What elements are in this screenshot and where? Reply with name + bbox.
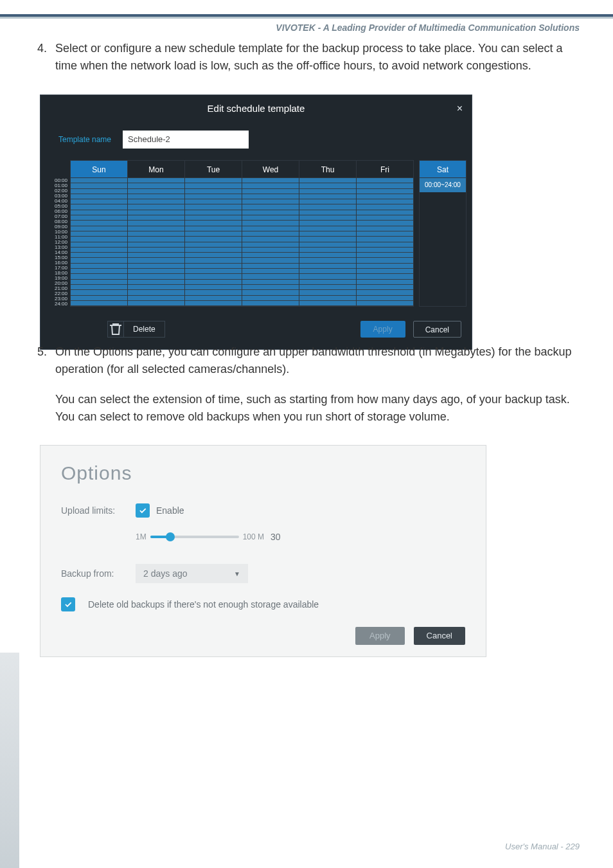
template-name-label: Template name — [58, 135, 111, 144]
left-margin-stripe — [0, 653, 19, 868]
upload-limits-label: Upload limits: — [61, 505, 136, 516]
options-cancel-button[interactable]: Cancel — [414, 627, 465, 645]
schedule-grid[interactable] — [70, 178, 414, 307]
check-icon — [138, 506, 147, 515]
day-head-sat[interactable]: Sat — [419, 160, 466, 178]
sat-range-list: 00:00~24:00 — [419, 178, 466, 307]
enable-upload-checkbox[interactable] — [136, 503, 150, 518]
sat-range-item[interactable]: 00:00~24:00 — [420, 178, 466, 192]
slider-min-label: 1M — [136, 532, 147, 541]
backup-from-select[interactable]: 2 days ago ▼ — [136, 564, 248, 583]
slider-max-label: 100 M — [243, 532, 264, 541]
backup-from-value: 2 days ago — [143, 568, 188, 579]
check-icon — [64, 600, 73, 609]
step-4-num: 4. — [37, 40, 51, 57]
header-text: VIVOTEK - A Leading Provider of Multimed… — [276, 23, 580, 33]
chevron-down-icon: ▼ — [234, 570, 240, 577]
delete-button[interactable]: Delete — [123, 321, 165, 338]
delete-old-checkbox[interactable] — [61, 597, 75, 611]
step-5-p1: On the Options pane, you can configure a… — [55, 343, 576, 378]
slider-value: 30 — [271, 532, 281, 542]
day-head-mon[interactable]: Mon — [128, 160, 185, 178]
options-panel: Options Upload limits: Enable 1M 100 M 3… — [40, 445, 486, 657]
enable-label: Enable — [156, 505, 184, 516]
step-4-text: Select or configure a new schedule templ… — [55, 40, 576, 75]
day-head-tue[interactable]: Tue — [185, 160, 242, 178]
day-head-thu[interactable]: Thu — [299, 160, 357, 178]
options-title: Options — [61, 462, 465, 484]
day-header-row: Sun Mon Tue Wed Thu Fri — [70, 160, 414, 178]
trash-icon[interactable] — [107, 321, 124, 338]
step-5: 5. On the Options pane, you can configur… — [37, 343, 576, 439]
day-head-sun[interactable]: Sun — [70, 160, 128, 178]
close-icon[interactable]: × — [457, 103, 463, 114]
dialog-title: Edit schedule template × — [40, 95, 472, 122]
delete-old-label: Delete old backups if there's not enough… — [88, 599, 319, 610]
hour-axis: 00:00 01:00 02:00 03:00 04:00 05:00 06:0… — [46, 160, 70, 307]
step-5-num: 5. — [37, 343, 51, 361]
footer-text: User's Manual - 229 — [505, 842, 580, 851]
options-apply-button[interactable]: Apply — [355, 627, 405, 645]
step-4: 4. Select or configure a new schedule te… — [37, 40, 576, 75]
day-head-fri[interactable]: Fri — [357, 160, 414, 178]
apply-button[interactable]: Apply — [360, 321, 405, 338]
dialog-title-text: Edit schedule template — [208, 103, 305, 114]
template-name-input[interactable]: Schedule-2 — [123, 131, 249, 149]
step-5-p2: You can select the extension of time, su… — [55, 391, 576, 426]
header-rule — [0, 14, 613, 19]
upload-limit-slider[interactable] — [150, 536, 239, 538]
slider-knob[interactable] — [166, 532, 175, 541]
cancel-button[interactable]: Cancel — [413, 321, 461, 338]
edit-schedule-dialog: Edit schedule template × Template name S… — [40, 95, 472, 350]
day-head-wed[interactable]: Wed — [242, 160, 299, 178]
backup-from-label: Backup from: — [61, 568, 136, 579]
